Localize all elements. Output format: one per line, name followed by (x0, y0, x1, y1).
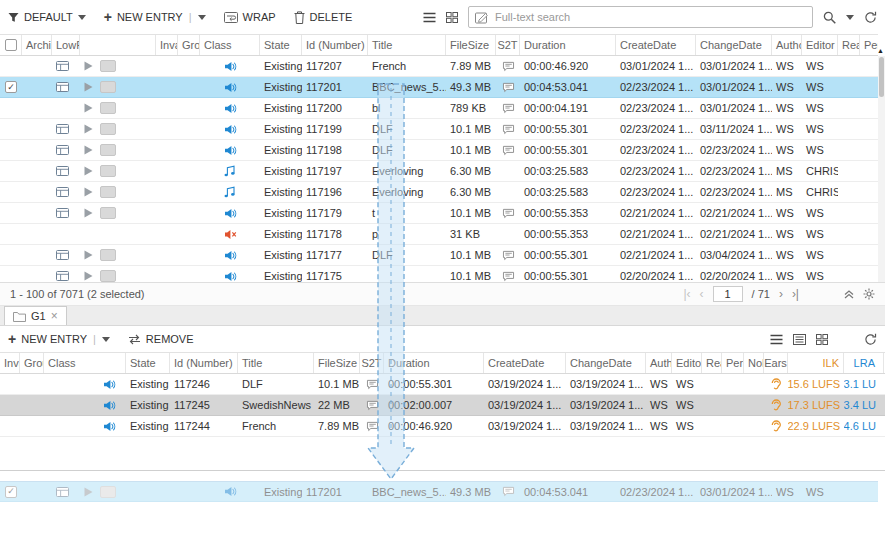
column-header-lra[interactable]: LRA (844, 353, 884, 373)
column-header-author[interactable]: Author (772, 35, 802, 55)
ears-icon (771, 399, 782, 412)
column-header-author[interactable]: Author (646, 353, 672, 373)
refresh-icon[interactable] (864, 333, 877, 346)
row-checkbox[interactable] (5, 81, 17, 93)
column-header-s2t[interactable]: S2T (496, 35, 520, 55)
vertical-scrollbar[interactable] (878, 56, 885, 282)
table-row[interactable]: Existing117178p31 KB00:00:55.35302/21/20… (0, 224, 878, 245)
column-header-class[interactable]: Class (200, 35, 260, 55)
list-view-icon[interactable] (423, 12, 436, 23)
column-header-read[interactable]: Read (702, 353, 722, 373)
table-row[interactable]: Existing117201BBC_news_5...49.3 MB00:04:… (0, 77, 878, 98)
delete-button[interactable]: DELETE (294, 11, 353, 24)
play-button[interactable] (84, 271, 93, 281)
column-header-title[interactable]: Title (368, 35, 446, 55)
table-row[interactable]: Existing11717510.1 MB00:00:55.30102/20/2… (0, 266, 878, 282)
tab-close-icon[interactable]: × (51, 309, 58, 323)
scroll-up-arrow[interactable]: ▲ (877, 47, 884, 54)
new-entry-button[interactable]: + NEW ENTRY | (104, 10, 206, 24)
table-row[interactable]: Existing117199DLF10.1 MB00:00:55.30102/2… (0, 119, 878, 140)
column-header-ilk[interactable]: ILK (788, 353, 844, 373)
table-row[interactable]: Existing117207French7.89 MB00:00:46.9200… (0, 56, 878, 77)
column-header-title[interactable]: Title (238, 353, 314, 373)
drag-ghost-row: Existing117201BBC_news_5...49.3 MB00:04:… (0, 481, 878, 502)
column-header-perfe[interactable]: Perfe (722, 353, 744, 373)
settings-gear-icon[interactable] (863, 288, 875, 300)
column-header-sel[interactable] (0, 35, 22, 55)
next-page-button[interactable]: › (779, 287, 783, 301)
search-options-chevron-icon[interactable] (846, 15, 854, 20)
table-row[interactable]: Existing117246DLF10.1 MB00:00:55.30103/1… (0, 374, 885, 395)
grid-view-icon[interactable] (446, 12, 458, 23)
table-row[interactable]: Existing117177DLF10.1 MB00:00:55.30102/2… (0, 245, 878, 266)
column-header-changedate[interactable]: ChangeDate (566, 353, 646, 373)
play-button[interactable] (84, 61, 93, 71)
column-header-grou[interactable]: Grou (20, 353, 44, 373)
tab-g1[interactable]: G1 × (4, 306, 67, 325)
column-header-grou[interactable]: Grou (178, 35, 200, 55)
column-header-id[interactable]: Id (Number) (302, 35, 368, 55)
refresh-icon[interactable] (864, 11, 877, 24)
column-header-editor[interactable]: Editor (802, 35, 838, 55)
table-row[interactable]: Existing117197Everloving6.30 MB00:03:25.… (0, 161, 878, 182)
row-checkbox[interactable] (5, 486, 17, 498)
last-page-button[interactable]: ›| (792, 287, 799, 301)
column-header-inval[interactable]: Inval (0, 353, 20, 373)
column-header-perfe[interactable]: Perfe (860, 35, 878, 55)
select-all-checkbox[interactable] (5, 39, 17, 51)
grid-view-icon[interactable] (816, 334, 828, 345)
wrap-button[interactable]: WRAP (224, 11, 276, 23)
page-number-input[interactable] (713, 286, 743, 302)
table-row[interactable]: Existing117244French7.89 MB00:00:46.9200… (0, 416, 885, 437)
scrollbar-thumb[interactable] (879, 57, 884, 97)
column-header-state[interactable]: State (260, 35, 302, 55)
column-header-s2t[interactable]: S2T (360, 353, 384, 373)
column-header-nodi[interactable]: NoDi (744, 353, 764, 373)
collapse-panel-icon[interactable] (844, 289, 854, 299)
column-header-ears[interactable]: Ears (764, 353, 788, 373)
detail-view-icon[interactable] (793, 334, 806, 345)
table-row[interactable]: Existing117198DLF10.1 MB00:00:55.30102/2… (0, 140, 878, 161)
list-view-icon[interactable] (770, 334, 783, 345)
filter-dropdown[interactable]: DEFAULT (8, 11, 86, 23)
column-header-id[interactable]: Id (Number) (170, 353, 238, 373)
play-button[interactable] (84, 250, 93, 260)
table-row[interactable]: Existing117201BBC_news_5...49.3 MB00:04:… (0, 481, 878, 502)
new-entry-button-bottom[interactable]: + NEW ENTRY | (8, 332, 110, 346)
table-row[interactable]: Existing117245SwedishNews22 MB00:02:00.0… (0, 395, 885, 416)
cell-createdate: 02/20/2024 1... (616, 266, 696, 282)
column-header-changedate[interactable]: ChangeDate (696, 35, 772, 55)
cell-title: DLF (238, 374, 314, 394)
edit-search-icon[interactable] (475, 11, 489, 24)
play-button[interactable] (84, 187, 93, 197)
column-header-createdate[interactable]: CreateDate (616, 35, 696, 55)
full-text-search-input[interactable] (495, 11, 806, 23)
play-button[interactable] (84, 82, 93, 92)
column-header-filesize[interactable]: FileSize (446, 35, 496, 55)
play-button[interactable] (84, 166, 93, 176)
column-header-createdate[interactable]: CreateDate (484, 353, 566, 373)
play-button[interactable] (84, 208, 93, 218)
column-header-state[interactable]: State (126, 353, 170, 373)
column-header-duration[interactable]: Duration (384, 353, 484, 373)
table-row[interactable]: Existing117196Everloving6.30 MB00:03:25.… (0, 182, 878, 203)
play-button[interactable] (84, 103, 93, 113)
play-button[interactable] (84, 124, 93, 134)
column-header-editor[interactable]: Editor (672, 353, 702, 373)
column-header-duration[interactable]: Duration (520, 35, 616, 55)
column-header-class[interactable]: Class (44, 353, 126, 373)
column-header-archi[interactable]: Archi (22, 35, 52, 55)
table-row[interactable]: Existing117200bl789 KB00:00:04.19102/23/… (0, 98, 878, 119)
column-header-inval[interactable]: Inval (156, 35, 178, 55)
column-header-filesize[interactable]: FileSize (314, 353, 360, 373)
play-button[interactable] (84, 487, 93, 497)
remove-button[interactable]: REMOVE (128, 333, 194, 345)
column-header-lowres[interactable]: LowRes (52, 35, 80, 55)
column-header-read[interactable]: Read (838, 35, 860, 55)
prev-page-button[interactable]: ‹ (700, 287, 704, 301)
first-page-button[interactable]: |‹ (683, 287, 690, 301)
column-header-preview[interactable] (80, 35, 156, 55)
table-row[interactable]: Existing117179t10.1 MB00:00:55.35302/21/… (0, 203, 878, 224)
search-icon[interactable] (823, 11, 836, 24)
play-button[interactable] (84, 145, 93, 155)
